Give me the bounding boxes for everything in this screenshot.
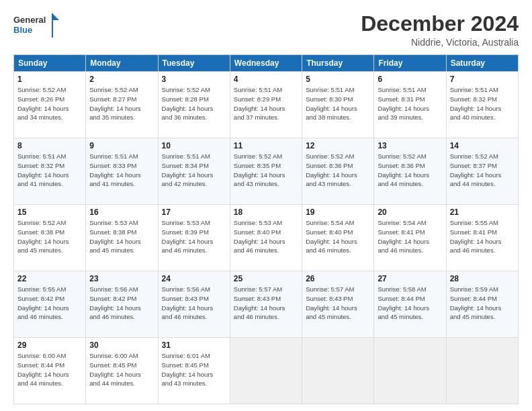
calendar-cell: 16Sunrise: 5:53 AMSunset: 8:38 PMDayligh… [86,205,158,271]
day-info: Sunrise: 6:00 AMSunset: 8:45 PMDaylight:… [89,351,154,388]
day-number: 28 [450,274,515,283]
day-number: 17 [162,208,226,217]
day-number: 23 [89,274,154,283]
calendar-cell: 8Sunrise: 5:51 AMSunset: 8:32 PMDaylight… [14,138,86,205]
day-info: Sunrise: 6:00 AMSunset: 8:44 PMDaylight:… [17,351,82,388]
calendar-cell: 23Sunrise: 5:56 AMSunset: 8:42 PMDayligh… [86,271,158,338]
calendar-cell: 20Sunrise: 5:54 AMSunset: 8:41 PMDayligh… [374,205,446,271]
header-wednesday: Wednesday [230,55,302,72]
day-number: 9 [89,141,154,150]
calendar-cell: 29Sunrise: 6:00 AMSunset: 8:44 PMDayligh… [14,338,86,404]
calendar-cell [302,338,374,404]
day-number: 12 [306,141,370,150]
day-info: Sunrise: 5:51 AMSunset: 8:34 PMDaylight:… [162,152,226,189]
logo-svg: General Blue [13,12,60,39]
header-monday: Monday [86,55,158,72]
day-number: 27 [378,274,442,283]
calendar-cell: 14Sunrise: 5:52 AMSunset: 8:37 PMDayligh… [446,138,518,205]
day-info: Sunrise: 5:54 AMSunset: 8:40 PMDaylight:… [306,218,370,255]
day-info: Sunrise: 5:57 AMSunset: 8:43 PMDaylight:… [306,285,370,322]
day-info: Sunrise: 5:51 AMSunset: 8:33 PMDaylight:… [89,152,154,189]
day-info: Sunrise: 5:52 AMSunset: 8:35 PMDaylight:… [234,152,298,189]
calendar-cell: 10Sunrise: 5:51 AMSunset: 8:34 PMDayligh… [158,138,230,205]
calendar-cell: 9Sunrise: 5:51 AMSunset: 8:33 PMDaylight… [86,138,158,205]
day-info: Sunrise: 5:52 AMSunset: 8:37 PMDaylight:… [450,152,515,189]
day-number: 16 [89,208,154,217]
svg-text:Blue: Blue [13,25,32,35]
calendar-cell: 17Sunrise: 5:53 AMSunset: 8:39 PMDayligh… [158,205,230,271]
day-number: 31 [162,340,226,350]
day-info: Sunrise: 5:53 AMSunset: 8:38 PMDaylight:… [89,218,154,255]
day-number: 8 [17,141,82,150]
header-saturday: Saturday [446,55,518,72]
day-number: 29 [17,340,82,350]
header-thursday: Thursday [302,55,374,72]
day-info: Sunrise: 5:52 AMSunset: 8:38 PMDaylight:… [17,218,82,255]
day-number: 26 [306,274,370,283]
day-number: 24 [162,274,226,283]
page-header: General Blue December 2024 Niddrie, Vict… [13,12,519,48]
day-number: 15 [17,208,82,217]
day-number: 30 [89,340,154,350]
day-info: Sunrise: 5:51 AMSunset: 8:29 PMDaylight:… [234,85,298,122]
day-number: 21 [450,208,515,217]
calendar-cell: 27Sunrise: 5:58 AMSunset: 8:44 PMDayligh… [374,271,446,338]
day-info: Sunrise: 5:52 AMSunset: 8:36 PMDaylight:… [306,152,370,189]
day-number: 3 [162,75,226,84]
svg-text:General: General [13,15,46,25]
calendar-cell: 26Sunrise: 5:57 AMSunset: 8:43 PMDayligh… [302,271,374,338]
calendar-cell: 25Sunrise: 5:57 AMSunset: 8:43 PMDayligh… [230,271,302,338]
calendar-cell [374,338,446,404]
day-info: Sunrise: 5:51 AMSunset: 8:30 PMDaylight:… [306,85,370,122]
calendar-cell: 30Sunrise: 6:00 AMSunset: 8:45 PMDayligh… [86,338,158,404]
day-info: Sunrise: 5:56 AMSunset: 8:43 PMDaylight:… [162,285,226,322]
day-number: 10 [162,141,226,150]
calendar-cell: 3Sunrise: 5:52 AMSunset: 8:28 PMDaylight… [158,72,230,138]
day-info: Sunrise: 5:52 AMSunset: 8:26 PMDaylight:… [17,85,82,122]
calendar-cell: 22Sunrise: 5:55 AMSunset: 8:42 PMDayligh… [14,271,86,338]
calendar-cell: 24Sunrise: 5:56 AMSunset: 8:43 PMDayligh… [158,271,230,338]
calendar-cell: 28Sunrise: 5:59 AMSunset: 8:44 PMDayligh… [446,271,518,338]
day-info: Sunrise: 5:52 AMSunset: 8:28 PMDaylight:… [162,85,226,122]
day-info: Sunrise: 5:57 AMSunset: 8:43 PMDaylight:… [234,285,298,322]
day-info: Sunrise: 5:51 AMSunset: 8:31 PMDaylight:… [378,85,442,122]
day-info: Sunrise: 5:51 AMSunset: 8:32 PMDaylight:… [450,85,515,122]
day-info: Sunrise: 5:52 AMSunset: 8:27 PMDaylight:… [89,85,154,122]
day-number: 6 [378,75,442,84]
day-info: Sunrise: 5:52 AMSunset: 8:36 PMDaylight:… [378,152,442,189]
calendar-table: SundayMondayTuesdayWednesdayThursdayFrid… [13,54,519,404]
day-info: Sunrise: 5:53 AMSunset: 8:39 PMDaylight:… [162,218,226,255]
day-number: 20 [378,208,442,217]
day-number: 18 [234,208,298,217]
title-block: December 2024 Niddrie, Victoria, Austral… [361,12,519,48]
calendar-cell: 21Sunrise: 5:55 AMSunset: 8:41 PMDayligh… [446,205,518,271]
calendar-cell: 1Sunrise: 5:52 AMSunset: 8:26 PMDaylight… [14,72,86,138]
logo: General Blue [13,12,60,39]
calendar-cell: 5Sunrise: 5:51 AMSunset: 8:30 PMDaylight… [302,72,374,138]
day-number: 5 [306,75,370,84]
day-number: 4 [234,75,298,84]
calendar-cell: 19Sunrise: 5:54 AMSunset: 8:40 PMDayligh… [302,205,374,271]
calendar-cell: 11Sunrise: 5:52 AMSunset: 8:35 PMDayligh… [230,138,302,205]
day-info: Sunrise: 5:55 AMSunset: 8:42 PMDaylight:… [17,285,82,322]
day-number: 14 [450,141,515,150]
day-number: 19 [306,208,370,217]
day-number: 2 [89,75,154,84]
svg-marker-2 [52,13,59,20]
calendar-cell: 6Sunrise: 5:51 AMSunset: 8:31 PMDaylight… [374,72,446,138]
day-info: Sunrise: 5:56 AMSunset: 8:42 PMDaylight:… [89,285,154,322]
calendar-cell: 13Sunrise: 5:52 AMSunset: 8:36 PMDayligh… [374,138,446,205]
header-tuesday: Tuesday [158,55,230,72]
day-info: Sunrise: 5:53 AMSunset: 8:40 PMDaylight:… [234,218,298,255]
day-info: Sunrise: 5:51 AMSunset: 8:32 PMDaylight:… [17,152,82,189]
calendar-cell [446,338,518,404]
day-number: 7 [450,75,515,84]
header-sunday: Sunday [14,55,86,72]
calendar-cell: 12Sunrise: 5:52 AMSunset: 8:36 PMDayligh… [302,138,374,205]
day-number: 11 [234,141,298,150]
day-number: 25 [234,274,298,283]
calendar-cell: 31Sunrise: 6:01 AMSunset: 8:45 PMDayligh… [158,338,230,404]
day-number: 13 [378,141,442,150]
calendar-cell: 18Sunrise: 5:53 AMSunset: 8:40 PMDayligh… [230,205,302,271]
calendar-cell: 2Sunrise: 5:52 AMSunset: 8:27 PMDaylight… [86,72,158,138]
